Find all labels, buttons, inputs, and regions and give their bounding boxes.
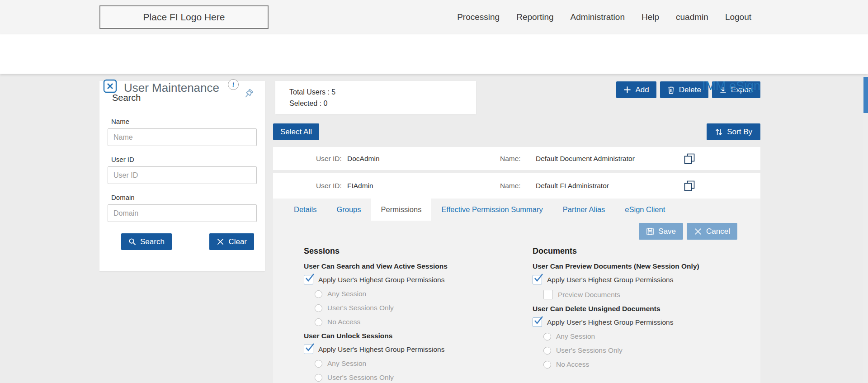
radio-button[interactable] <box>315 360 322 368</box>
scrollbar-thumb[interactable] <box>863 77 868 113</box>
search-panel: Search Name User ID Domain Search Clear <box>99 81 265 271</box>
checkmark-icon <box>533 315 544 326</box>
checkbox[interactable] <box>304 345 313 354</box>
tab-effective-permission-summary[interactable]: Effective Permission Summary <box>431 199 552 221</box>
cancel-x-icon <box>694 227 702 236</box>
checkbox[interactable] <box>533 275 542 284</box>
info-icon[interactable]: i <box>228 79 239 90</box>
tab-permissions[interactable]: Permissions <box>371 199 432 221</box>
page-title: User Maintenance <box>124 82 219 94</box>
nav-administration[interactable]: Administration <box>571 12 625 22</box>
clear-button[interactable]: Clear <box>209 233 254 250</box>
perm-group-title: User Can Unlock Sessions <box>304 332 521 340</box>
detail-actions: Save Cancel <box>273 223 737 240</box>
userid-label: User ID: <box>316 147 342 170</box>
user-row-fiadmin-expanded: User ID: FIAdmin Name: Default FI Admini… <box>273 173 760 383</box>
user-maintenance-icon <box>103 79 117 93</box>
save-button[interactable]: Save <box>639 223 683 240</box>
radio-label: Any Session <box>556 332 595 340</box>
nav-help[interactable]: Help <box>642 12 659 22</box>
userid-field-label: User ID <box>111 156 257 163</box>
tab-groups[interactable]: Groups <box>326 199 371 221</box>
documents-column: Documents User Can Preview Documents (Ne… <box>533 246 750 374</box>
userid-value: FIAdmin <box>347 173 373 199</box>
total-users-text: Total Users : 5 <box>289 88 476 96</box>
page-header: User Maintenance i IMM eSign <box>0 34 868 74</box>
radio-option-row: Any Session <box>315 359 521 368</box>
top-nav: Processing Reporting Administration Help… <box>457 0 751 34</box>
sort-by-button[interactable]: Sort By <box>707 123 760 140</box>
radio-button[interactable] <box>315 304 322 312</box>
search-button-label: Search <box>140 237 165 246</box>
user-row-docadmin[interactable]: User ID: DocAdmin Name: Default Document… <box>273 147 760 170</box>
radio-option-row: User's Sessions Only <box>543 346 750 355</box>
checkbox[interactable] <box>543 290 553 299</box>
documents-heading: Documents <box>533 246 750 256</box>
radio-button[interactable] <box>315 374 322 382</box>
apply-highest-group-permissions-row: Apply User's Highest Group Permissions <box>533 317 750 327</box>
radio-label: No Access <box>327 318 360 326</box>
save-floppy-icon <box>646 227 654 236</box>
radio-option-row: No Access <box>315 318 521 326</box>
plus-icon <box>623 86 631 94</box>
user-row-fiadmin[interactable]: User ID: FIAdmin Name: Default FI Admini… <box>273 173 760 199</box>
tab-partner-alias[interactable]: Partner Alias <box>553 199 615 221</box>
checkbox[interactable] <box>533 317 542 327</box>
userid-input[interactable] <box>108 166 257 184</box>
tab-details[interactable]: Details <box>284 199 326 221</box>
pin-icon[interactable] <box>242 88 255 103</box>
radio-button[interactable] <box>543 333 551 340</box>
detail-tabs: Details Groups Permissions Effective Per… <box>284 199 760 221</box>
selected-count-text: Selected : 0 <box>289 99 476 108</box>
scrollbar-track[interactable] <box>863 74 868 383</box>
name-value: Default FI Administrator <box>536 173 609 199</box>
radio-option-row: Any Session <box>543 332 750 340</box>
perm-group-title: User Can Search and View Active Sessions <box>304 262 521 270</box>
tab-esign-client[interactable]: eSign Client <box>615 199 675 221</box>
copy-icon <box>684 153 695 165</box>
fi-logo-placeholder: Place FI Logo Here <box>99 5 269 29</box>
checkbox[interactable] <box>304 275 313 284</box>
cancel-button-label: Cancel <box>706 227 730 236</box>
copy-user-button[interactable] <box>684 153 695 166</box>
preview-documents-row: Preview Documents <box>543 290 750 299</box>
nav-logout[interactable]: Logout <box>725 12 751 22</box>
delete-user-button[interactable]: Delete <box>660 81 708 98</box>
trash-icon <box>667 86 675 94</box>
radio-button[interactable] <box>543 361 551 369</box>
radio-label: Any Session <box>327 359 366 368</box>
checkbox-label: Apply User's Highest Group Permissions <box>547 318 673 326</box>
name-field-label: Name <box>111 118 257 125</box>
nav-processing[interactable]: Processing <box>457 12 500 22</box>
clear-x-icon <box>217 238 224 246</box>
nav-reporting[interactable]: Reporting <box>516 12 553 22</box>
radio-button[interactable] <box>315 290 322 298</box>
radio-label: User's Sessions Only <box>327 374 394 382</box>
brand-imm-esign: IMM eSign <box>702 79 760 93</box>
search-button[interactable]: Search <box>121 233 172 250</box>
checkbox-label: Apply User's Highest Group Permissions <box>318 276 444 284</box>
userid-value: DocAdmin <box>347 147 380 170</box>
radio-button[interactable] <box>543 347 551 355</box>
radio-label: No Access <box>556 360 589 369</box>
checkbox-label: Apply User's Highest Group Permissions <box>547 276 673 284</box>
select-all-button[interactable]: Select All <box>273 123 319 140</box>
perm-group-title: User Can Preview Documents (New Session … <box>533 262 750 270</box>
checkbox-label: Apply User's Highest Group Permissions <box>318 345 444 354</box>
cancel-button[interactable]: Cancel <box>687 223 737 240</box>
apply-highest-group-permissions-row: Apply User's Highest Group Permissions <box>533 275 750 284</box>
radio-button[interactable] <box>315 318 322 326</box>
domain-input[interactable] <box>108 204 257 222</box>
nav-user-cuadmin[interactable]: cuadmin <box>676 12 708 22</box>
top-bar: Place FI Logo Here Processing Reporting … <box>0 0 868 34</box>
radio-option-row: Any Session <box>315 290 521 298</box>
checkbox-label: Preview Documents <box>558 291 620 299</box>
checkmark-icon <box>304 273 316 283</box>
fi-logo-text: Place FI Logo Here <box>143 12 225 23</box>
name-value: Default Document Administrator <box>536 147 635 170</box>
sessions-column: Sessions User Can Search and View Active… <box>304 246 521 383</box>
radio-option-row: User's Sessions Only <box>315 304 521 312</box>
add-user-button[interactable]: Add <box>616 81 656 98</box>
name-input[interactable] <box>108 128 257 146</box>
copy-user-button[interactable] <box>684 180 695 193</box>
